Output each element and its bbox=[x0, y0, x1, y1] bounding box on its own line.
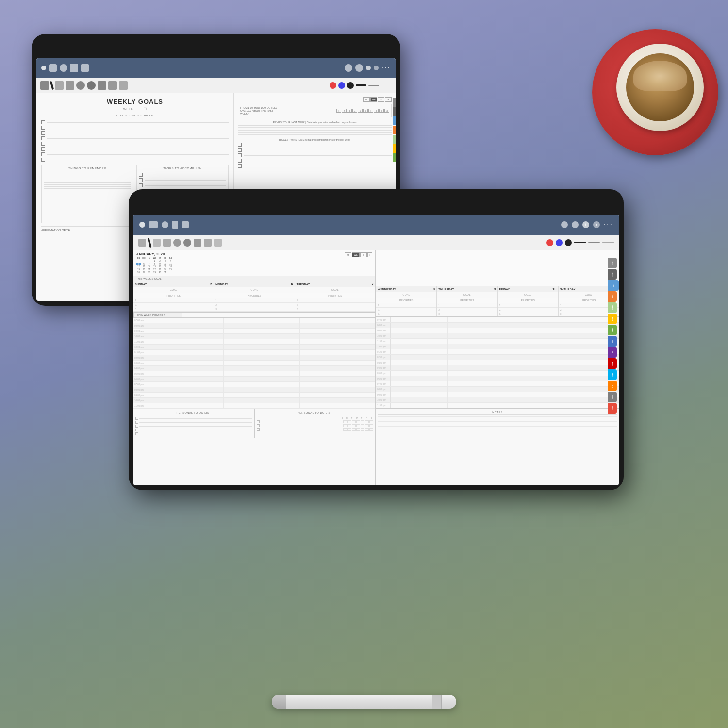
camera-icon[interactable] bbox=[108, 81, 117, 90]
we-btn[interactable]: WE bbox=[370, 97, 377, 102]
shape-icon[interactable] bbox=[87, 81, 96, 90]
todo-checkbox[interactable] bbox=[135, 417, 138, 420]
rating-5[interactable]: 5 bbox=[358, 109, 363, 113]
rating-7[interactable]: 7 bbox=[368, 109, 373, 113]
front-add-icon[interactable]: + bbox=[582, 221, 589, 228]
front-line-thin[interactable] bbox=[602, 242, 614, 243]
front-tab-aug[interactable]: AUG bbox=[608, 358, 617, 369]
todo-checkbox[interactable] bbox=[257, 424, 260, 427]
front-tab-dec[interactable]: DEC bbox=[608, 403, 617, 414]
front-tab-feb[interactable]: FEB bbox=[608, 291, 617, 302]
todo-checkbox[interactable] bbox=[135, 425, 138, 428]
front-lasso-icon[interactable] bbox=[173, 239, 181, 247]
front-photo-icon[interactable] bbox=[194, 239, 201, 247]
front-tab-nov[interactable]: NOV bbox=[608, 392, 617, 402]
m-btn[interactable]: M bbox=[363, 97, 370, 102]
tab-mar-back[interactable]: MAR bbox=[393, 135, 396, 144]
front-close-icon[interactable]: × bbox=[593, 221, 600, 228]
front-tab-2021[interactable]: 2021 bbox=[608, 269, 617, 280]
more-icon[interactable]: ··· bbox=[381, 64, 391, 72]
search-icon[interactable] bbox=[60, 64, 67, 72]
color-blue[interactable] bbox=[338, 82, 345, 89]
color-black[interactable] bbox=[347, 82, 354, 89]
add-icon[interactable] bbox=[366, 66, 371, 70]
rating-2[interactable]: 2 bbox=[342, 109, 347, 113]
tab-jan-back[interactable]: JAN bbox=[393, 116, 396, 125]
color-red[interactable] bbox=[330, 82, 336, 89]
rating-9[interactable]: 9 bbox=[379, 109, 384, 113]
front-tab-apr[interactable]: APR bbox=[608, 314, 617, 324]
line-thick[interactable] bbox=[356, 84, 366, 86]
front-camera-icon[interactable] bbox=[204, 239, 212, 247]
rating-8[interactable]: 8 bbox=[374, 109, 379, 113]
front-pen-icon[interactable] bbox=[163, 239, 171, 247]
tab-apr-back[interactable]: APR bbox=[393, 144, 396, 153]
tab-2020[interactable]: 2020 bbox=[393, 98, 396, 107]
front-tab-jan[interactable]: JAN bbox=[608, 280, 619, 291]
bookmark-icon[interactable] bbox=[70, 64, 78, 72]
front-shape-icon[interactable] bbox=[183, 239, 191, 247]
eraser-icon[interactable] bbox=[55, 81, 64, 90]
view-toggle-front[interactable]: M WE F + bbox=[345, 252, 372, 257]
pen-icon[interactable] bbox=[66, 81, 74, 90]
rating-4[interactable]: 4 bbox=[352, 109, 357, 113]
redo-icon[interactable] bbox=[355, 64, 363, 72]
todo-checkbox[interactable] bbox=[135, 421, 138, 424]
grid-icon[interactable] bbox=[49, 64, 57, 72]
front-grid-icon[interactable] bbox=[149, 221, 158, 228]
f-btn[interactable]: F bbox=[378, 97, 384, 102]
rating-6[interactable]: 6 bbox=[363, 109, 368, 113]
pencil-tool-icon[interactable] bbox=[50, 81, 54, 89]
front-redo-icon[interactable] bbox=[572, 221, 579, 228]
front-bookmark-icon[interactable] bbox=[172, 221, 178, 229]
close-icon[interactable] bbox=[374, 66, 379, 70]
tab-feb-back[interactable]: FEB bbox=[393, 126, 396, 134]
front-tab-sep[interactable]: SEP bbox=[608, 369, 617, 380]
front-color-black[interactable] bbox=[565, 239, 572, 246]
front-tool-icon[interactable] bbox=[138, 239, 146, 247]
photo-icon[interactable] bbox=[98, 81, 106, 90]
tool-icon[interactable] bbox=[40, 81, 49, 90]
todo-checkbox[interactable] bbox=[135, 432, 138, 435]
time-label-r: 02:00 pm bbox=[376, 355, 391, 360]
line-medium[interactable] bbox=[368, 85, 379, 86]
front-back-icon[interactable] bbox=[139, 222, 145, 228]
front-share-icon[interactable] bbox=[182, 221, 189, 228]
line-thin[interactable] bbox=[381, 85, 392, 85]
front-line-medium[interactable] bbox=[588, 242, 600, 243]
undo-icon[interactable] bbox=[345, 64, 352, 72]
front-color-blue[interactable] bbox=[556, 239, 563, 246]
we-btn-front[interactable]: WE bbox=[352, 252, 360, 257]
rating-3[interactable]: 3 bbox=[347, 109, 352, 113]
front-line-thick[interactable] bbox=[574, 242, 586, 243]
rating-10[interactable]: 10 bbox=[384, 109, 389, 113]
front-text-icon[interactable] bbox=[214, 239, 222, 247]
front-tab-jul[interactable]: JUL bbox=[608, 347, 617, 358]
todo-checkbox[interactable] bbox=[257, 428, 260, 431]
tab-may-back[interactable]: MAY bbox=[393, 153, 396, 162]
text-icon[interactable] bbox=[119, 81, 128, 90]
rating-1[interactable]: 1 bbox=[336, 109, 341, 113]
back-nav-icon[interactable] bbox=[41, 66, 46, 70]
front-tab-may[interactable]: MAY bbox=[608, 325, 617, 335]
front-more-icon[interactable]: ··· bbox=[604, 220, 613, 229]
front-pencil-tool-icon[interactable] bbox=[147, 237, 151, 247]
front-undo-icon[interactable] bbox=[561, 221, 568, 228]
tab-2021[interactable]: 2021 bbox=[393, 107, 396, 116]
front-tab-jun[interactable]: JUN bbox=[608, 336, 617, 347]
share-icon[interactable] bbox=[81, 64, 89, 72]
front-eraser-icon[interactable] bbox=[153, 239, 161, 247]
plus-btn[interactable]: + bbox=[385, 97, 392, 102]
front-tab-mar[interactable]: MAR bbox=[608, 302, 617, 313]
view-toggle[interactable]: M WE F + bbox=[363, 97, 392, 102]
front-search-icon[interactable] bbox=[162, 221, 168, 228]
front-tab-2020[interactable]: 2020 bbox=[608, 258, 617, 268]
lasso-icon[interactable] bbox=[76, 81, 85, 90]
todo-checkbox[interactable] bbox=[135, 429, 138, 431]
f-btn-front[interactable]: F bbox=[360, 252, 367, 257]
todo-checkbox[interactable] bbox=[257, 420, 260, 423]
plus-btn-front[interactable]: + bbox=[367, 252, 372, 257]
front-color-red[interactable] bbox=[546, 239, 553, 246]
front-tab-oct[interactable]: OCT bbox=[608, 381, 617, 391]
m-btn-front[interactable]: M bbox=[345, 252, 351, 257]
